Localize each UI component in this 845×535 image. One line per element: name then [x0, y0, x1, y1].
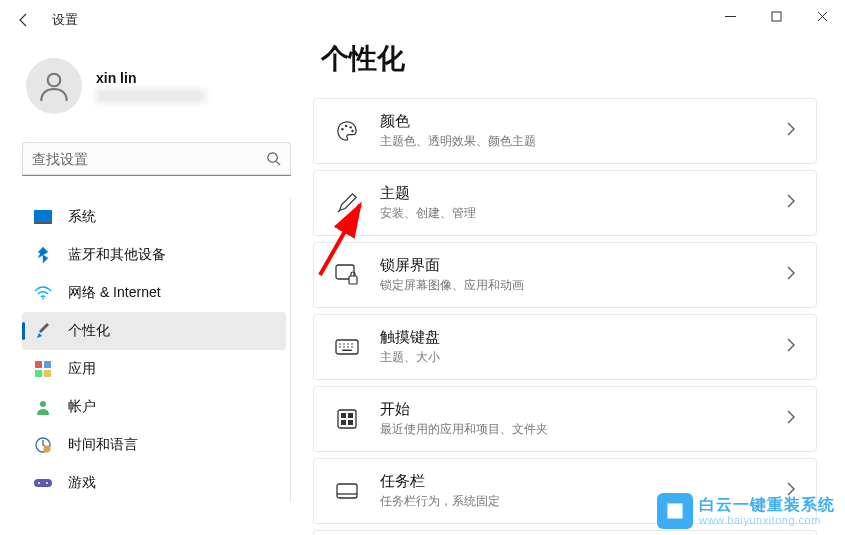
- svg-rect-8: [35, 370, 42, 377]
- tile-body: 触摸键盘 主题、大小: [380, 328, 786, 366]
- chevron-right-icon: [786, 410, 796, 428]
- profile-name: xin lin: [96, 70, 206, 86]
- sidebar-item-bluetooth[interactable]: 蓝牙和其他设备: [22, 236, 286, 274]
- sidebar-item-apps[interactable]: 应用: [22, 350, 286, 388]
- tile-subtitle: 最近使用的应用和项目、文件夹: [380, 421, 786, 438]
- search-icon: [266, 151, 281, 166]
- svg-point-18: [349, 126, 351, 128]
- sidebar-item-accounts[interactable]: 帐户: [22, 388, 286, 426]
- svg-point-12: [44, 446, 51, 453]
- tile-themes[interactable]: 主题 安装、创建、管理: [313, 170, 817, 236]
- tile-subtitle: 主题色、透明效果、颜色主题: [380, 133, 786, 150]
- sidebar-item-personalization[interactable]: 个性化: [22, 312, 286, 350]
- tile-fonts[interactable]: AA 字体: [313, 530, 817, 535]
- sidebar-item-label: 帐户: [68, 398, 96, 416]
- tile-touch-keyboard[interactable]: 触摸键盘 主题、大小: [313, 314, 817, 380]
- sidebar-item-gaming[interactable]: 游戏: [22, 464, 286, 502]
- keyboard-icon: [334, 334, 360, 360]
- close-button[interactable]: [799, 0, 845, 32]
- svg-rect-7: [44, 361, 51, 368]
- sidebar-item-system[interactable]: 系统: [22, 198, 286, 236]
- svg-point-30: [351, 346, 353, 348]
- clock-globe-icon: [34, 436, 52, 454]
- svg-point-5: [42, 298, 44, 300]
- svg-point-19: [351, 130, 353, 132]
- svg-point-25: [347, 343, 349, 345]
- svg-point-26: [351, 343, 353, 345]
- page-title: 个性化: [321, 40, 817, 78]
- back-button[interactable]: [8, 4, 40, 36]
- sidebar-item-label: 系统: [68, 208, 96, 226]
- window-controls: [707, 0, 845, 32]
- tile-subtitle: 主题、大小: [380, 349, 786, 366]
- sidebar-item-label: 游戏: [68, 474, 96, 492]
- tile-title: 开始: [380, 400, 786, 419]
- tile-subtitle: 任务栏行为，系统固定: [380, 493, 786, 510]
- search-input[interactable]: [32, 151, 266, 167]
- arrow-left-icon: [16, 12, 32, 28]
- palette-icon: [334, 118, 360, 144]
- svg-point-28: [343, 346, 345, 348]
- profile-block[interactable]: xin lin: [22, 50, 291, 122]
- gamepad-icon: [34, 474, 52, 492]
- tile-title: 主题: [380, 184, 786, 203]
- profile-email-redacted: [96, 89, 206, 103]
- svg-rect-34: [348, 413, 353, 418]
- svg-point-29: [347, 346, 349, 348]
- tile-body: 主题 安装、创建、管理: [380, 184, 786, 222]
- maximize-button[interactable]: [753, 0, 799, 32]
- tile-subtitle: 安装、创建、管理: [380, 205, 786, 222]
- display-icon: [34, 208, 52, 226]
- tile-title: 触摸键盘: [380, 328, 786, 347]
- svg-point-14: [38, 482, 40, 484]
- tile-taskbar[interactable]: 任务栏 任务栏行为，系统固定: [313, 458, 817, 524]
- sidebar-item-label: 个性化: [68, 322, 110, 340]
- nav-list: 系统 蓝牙和其他设备 网络 & Internet 个性化 应用: [22, 198, 291, 502]
- settings-window: 设置 xin lin: [0, 0, 845, 535]
- svg-point-10: [40, 401, 46, 407]
- bluetooth-icon: [34, 246, 52, 264]
- tile-colors[interactable]: 颜色 主题色、透明效果、颜色主题: [313, 98, 817, 164]
- tile-start[interactable]: 开始 最近使用的应用和项目、文件夹: [313, 386, 817, 452]
- svg-rect-4: [34, 222, 52, 224]
- main-panel: 个性化 颜色 主题色、透明效果、颜色主题 主题 安装、创建、管理: [305, 40, 845, 535]
- apps-icon: [34, 360, 52, 378]
- svg-rect-0: [772, 12, 781, 21]
- sidebar-item-network[interactable]: 网络 & Internet: [22, 274, 286, 312]
- content-container: xin lin 系统 蓝牙和其他设备 网络 &: [0, 40, 845, 535]
- svg-rect-37: [337, 484, 357, 498]
- window-title: 设置: [52, 11, 78, 29]
- sidebar-item-time-language[interactable]: 时间和语言: [22, 426, 286, 464]
- chevron-right-icon: [786, 482, 796, 500]
- sidebar-item-label: 应用: [68, 360, 96, 378]
- minimize-icon: [725, 11, 736, 22]
- svg-rect-6: [35, 361, 42, 368]
- svg-rect-36: [348, 420, 353, 425]
- sidebar-item-label: 时间和语言: [68, 436, 138, 454]
- svg-point-24: [343, 343, 345, 345]
- tile-lock-screen[interactable]: 锁屏界面 锁定屏幕图像、应用和动画: [313, 242, 817, 308]
- svg-point-15: [46, 482, 48, 484]
- sidebar-item-label: 蓝牙和其他设备: [68, 246, 166, 264]
- svg-point-17: [345, 125, 347, 127]
- tile-subtitle: 锁定屏幕图像、应用和动画: [380, 277, 786, 294]
- svg-rect-21: [349, 276, 357, 284]
- chevron-right-icon: [786, 266, 796, 284]
- maximize-icon: [771, 11, 782, 22]
- tile-title: 锁屏界面: [380, 256, 786, 275]
- svg-point-16: [341, 128, 343, 130]
- close-icon: [817, 11, 828, 22]
- minimize-button[interactable]: [707, 0, 753, 32]
- search-box[interactable]: [22, 142, 291, 176]
- sidebar: xin lin 系统 蓝牙和其他设备 网络 &: [0, 40, 305, 535]
- svg-point-23: [339, 343, 341, 345]
- chevron-right-icon: [786, 122, 796, 140]
- tile-body: 任务栏 任务栏行为，系统固定: [380, 472, 786, 510]
- svg-rect-35: [341, 420, 346, 425]
- brush-icon: [34, 322, 52, 340]
- pen-icon: [334, 190, 360, 216]
- svg-point-27: [339, 346, 341, 348]
- taskbar-icon: [334, 478, 360, 504]
- chevron-right-icon: [786, 338, 796, 356]
- profile-info: xin lin: [96, 70, 206, 103]
